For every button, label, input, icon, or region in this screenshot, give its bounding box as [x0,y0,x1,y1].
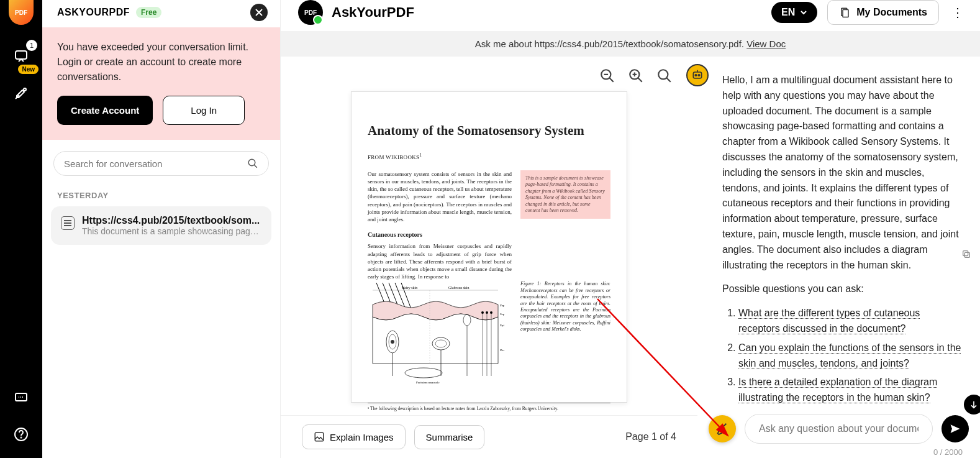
search-icon [247,158,258,169]
chat-input-row [697,406,980,447]
send-button[interactable] [941,415,969,442]
more-menu-button[interactable]: ⋮ [949,2,966,22]
svg-rect-37 [693,72,701,78]
svg-rect-0 [16,51,27,59]
svg-text:Pacinian corpuscle: Pacinian corpuscle [416,381,440,384]
pdf-paragraph: Sensory information from Meissner corpus… [368,242,512,280]
svg-point-21 [391,340,394,344]
info-bar: Ask me about https://css4.pub/2015/textb… [281,31,980,57]
explain-images-button[interactable]: Explain Images [302,424,406,449]
summarise-button[interactable]: Summarise [414,425,485,449]
zoom-in-icon[interactable] [628,68,644,84]
limit-alert: You have exceeded your conversation limi… [42,27,280,140]
svg-rect-7 [843,10,848,17]
broom-icon [715,422,729,436]
svg-text:Hairy skin: Hairy skin [402,286,417,290]
pdf-paragraph: Our somatosensory system consists of sen… [368,170,512,223]
pdf-page: Anatomy of the Somatosensory System From… [351,91,627,403]
tools-nav-icon[interactable] [9,81,34,106]
my-documents-label: My Documents [856,7,927,18]
svg-point-1 [24,88,26,91]
app-logo[interactable]: PDF [298,0,323,25]
language-label: EN [781,7,795,18]
sidebar-title: ASKYOURPDF [57,7,130,18]
pdf-bottom-bar: Explain Images Summarise Page 1 of 4 [281,415,697,458]
page-indicator: Page 1 of 4 [625,431,676,442]
close-sidebar-button[interactable] [250,4,268,21]
conversation-title: Https://css4.pub/2015/textbook/som... [82,215,261,226]
pdf-title: Anatomy of the Somatosensory System [368,123,610,139]
info-text: Ask me about https://css4.pub/2015/textb… [475,39,746,49]
bot-avatar-icon [686,64,709,86]
svg-rect-36 [315,433,324,441]
svg-point-39 [698,75,700,76]
zoom-out-icon[interactable] [599,68,615,84]
clear-chat-button[interactable] [709,415,736,442]
pdf-note: This is a sample document to showcase pa… [520,170,610,219]
svg-text:Septa: Septa [500,313,504,316]
svg-point-27 [490,311,492,314]
explain-images-label: Explain Images [330,432,394,442]
svg-point-25 [481,311,484,314]
sidebar: ASKYOURPDF Free You have exceeded your c… [42,0,281,458]
app-name: AskYourPDF [332,4,414,21]
alert-text: You have exceeded your conversation limi… [57,40,265,85]
plan-badge: Free [136,7,161,18]
svg-text:Papillae: Papillae [500,304,504,307]
close-icon [255,8,263,17]
left-rail: PDF 1 New [0,0,42,458]
help-nav-icon[interactable] [9,422,34,447]
image-icon [314,431,325,442]
chat-badge: 1 [26,40,37,51]
language-selector[interactable]: EN [771,2,817,23]
skin-diagram: Hairy skin Glabrous skin [368,283,504,388]
create-account-button[interactable]: Create Account [57,96,153,125]
scroll-down-button[interactable] [964,395,980,414]
suggested-question[interactable]: What are the different types of cutaneou… [738,306,963,337]
summarise-label: Summarise [426,432,473,442]
chat-scroll[interactable]: Hello, I am a multilingual document assi… [697,57,980,406]
main-area: PDF AskYourPDF EN My Documents ⋮ Ask me … [281,0,980,458]
zoom-toolbar [599,68,673,84]
suggested-question[interactable]: Is there a detailed explanation of the d… [738,375,963,406]
chat-input[interactable] [745,414,933,444]
my-documents-button[interactable]: My Documents [827,0,939,25]
svg-text:Dermis: Dermis [500,349,504,352]
send-icon [949,423,961,435]
chat-greeting: Hello, I am a multilingual document assi… [722,73,963,273]
svg-point-28 [405,368,442,378]
svg-rect-44 [963,251,968,256]
pdf-footnote: ¹ The following description is based on … [368,403,610,412]
chat-possible-label: Possible questions you can ask: [722,282,963,297]
view-doc-link[interactable]: View Doc [746,39,786,49]
svg-point-26 [486,311,488,314]
log-in-button[interactable]: Log In [163,96,245,125]
suggested-question[interactable]: Can you explain the functions of the sen… [738,341,963,372]
search-pdf-icon[interactable] [656,68,673,84]
svg-point-10 [658,70,668,79]
section-yesterday: YESTERDAY [42,181,280,206]
documents-icon [839,7,850,18]
svg-point-4 [21,437,22,438]
topbar: PDF AskYourPDF EN My Documents ⋮ [281,0,980,31]
new-badge: New [18,65,39,74]
chevron-down-icon [800,9,807,16]
billing-nav-icon[interactable] [9,385,34,410]
pdf-heading: Cutaneous receptors [368,231,512,239]
pdf-viewer: Anatomy of the Somatosensory System From… [281,57,697,458]
pdf-source: From Wikibooks1 [368,152,610,160]
search-conversation-input[interactable] [53,151,269,176]
pdf-scroll[interactable]: Anatomy of the Somatosensory System From… [281,57,697,415]
chat-pane: Hello, I am a multilingual document assi… [697,57,980,458]
svg-point-38 [695,75,697,76]
search-input[interactable] [64,158,242,169]
conversation-item[interactable]: Https://css4.pub/2015/textbook/som... Th… [51,206,271,245]
svg-text:Epidermis: Epidermis [500,324,504,327]
app-logo-icon[interactable]: PDF [9,0,34,25]
svg-point-5 [248,159,255,166]
figure-caption: Figure 1: Receptors in the human skin: M… [520,281,610,332]
arrow-down-icon [969,400,979,410]
svg-text:Glabrous skin: Glabrous skin [448,286,470,290]
char-count: 0 / 2000 [697,447,980,458]
copy-message-icon[interactable] [961,249,971,259]
